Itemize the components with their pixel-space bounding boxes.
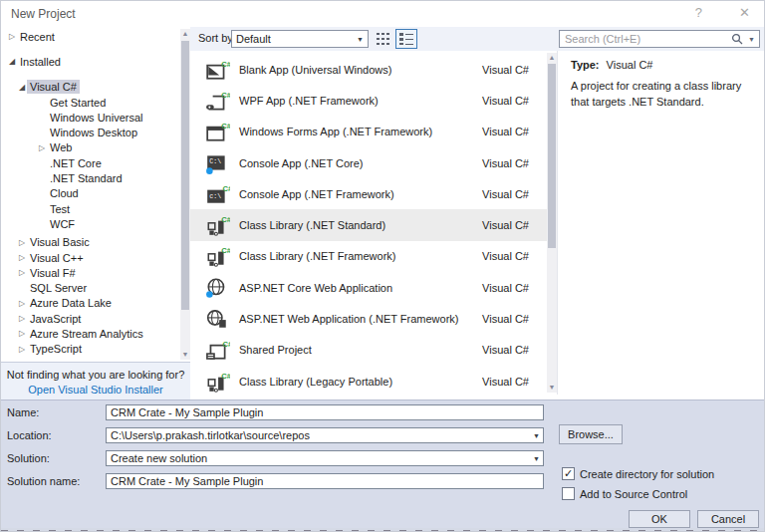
tree-item-windows-desktop[interactable]: Windows Desktop [1,125,180,139]
location-value: C:\Users\p.prakash.tirlotkar\source\repo… [111,429,310,441]
tree-item-typescript[interactable]: ▷TypeScript [1,342,180,357]
tree-item-installed[interactable]: ◢Installed [1,54,180,69]
panel-divider [557,51,558,395]
tree-item-web[interactable]: ▷Web [1,140,180,155]
list-view-button[interactable] [395,29,417,49]
template-row-shared-project[interactable]: C#Shared ProjectVisual C# [190,335,547,366]
search-input[interactable]: Search (Ctrl+E) ▼ [559,30,760,48]
tree-collapsed-icon[interactable]: ▷ [17,329,27,338]
template-row-windows-forms-app-net-framework-[interactable]: C#Windows Forms App (.NET Framework)Visu… [190,117,547,147]
template-name: Class Library (.NET Framework) [239,250,396,262]
tree-item-visual-c-[interactable]: ◢Visual C# [1,80,180,95]
svg-text:C#: C# [221,215,230,224]
tree-collapsed-icon[interactable]: ▷ [17,345,27,354]
location-label: Location: [7,429,52,441]
tree-item-wcf[interactable]: WCF [1,216,180,231]
search-icon[interactable] [731,33,743,46]
tree-item-label: JavaScript [27,312,84,326]
svg-text:C#: C# [222,184,230,193]
template-list: C#Blank App (Universal Windows)Visual C#… [190,51,547,395]
tree-scrollbar[interactable]: ▲ ▼ [180,29,190,360]
template-row-blank-app-universal-windows-[interactable]: C#Blank App (Universal Windows)Visual C# [190,54,547,85]
tree-item-azure-stream-analytics[interactable]: ▷Azure Stream Analytics [1,326,180,341]
scroll-up-icon[interactable]: ▲ [547,53,557,63]
svg-text:C#: C# [221,122,230,131]
background-page-cutoff [1,528,765,532]
tree-collapsed-icon[interactable]: ▷ [17,314,27,323]
tree-item-sql-server[interactable]: SQL Server [1,280,180,295]
scroll-down-icon[interactable]: ▼ [547,383,557,393]
template-row-asp-net-core-web-application[interactable]: ASP.NET Core Web ApplicationVisual C# [190,272,547,303]
cancel-button[interactable]: Cancel [697,510,759,528]
tree-item-label: Visual Basic [27,235,93,249]
scroll-up-icon[interactable]: ▲ [180,29,190,39]
tree-item-cloud[interactable]: Cloud [1,186,180,201]
list-scrollbar[interactable]: ▲ ▼ [547,53,557,393]
tree-item-azure-data-lake[interactable]: ▷Azure Data Lake [1,296,180,311]
search-options-chevron-icon[interactable]: ▼ [748,36,755,43]
template-row-class-library-legacy-portable-[interactable]: C#Class Library (Legacy Portable)Visual … [190,366,547,395]
open-installer-link[interactable]: Open Visual Studio Installer [1,384,190,396]
tree-item-label: Recent [17,30,58,44]
chevron-down-icon[interactable]: ▼ [533,432,540,439]
template-row-console-app-net-core-[interactable]: C:\Console App (.NET Core)Visual C# [190,147,547,178]
tree-item--net-standard[interactable]: .NET Standard [1,170,180,185]
tree-item-visual-basic[interactable]: ▷Visual Basic [1,235,180,250]
browse-button[interactable]: Browse... [559,424,623,444]
dialog-title: New Project [11,7,76,21]
name-input[interactable]: CRM Crate - My Sample Plugin [106,404,544,420]
template-language: Visual C# [482,219,529,231]
tree-item-visual-c-[interactable]: ▷Visual C++ [1,250,180,265]
template-language: Visual C# [482,126,529,137]
add-source-control-checkbox[interactable] [562,487,575,500]
template-row-class-library-net-standard-[interactable]: C#Class Library (.NET Standard)Visual C# [190,209,547,240]
tree-item--net-core[interactable]: .NET Core [1,155,180,170]
tree-scrollbar-thumb[interactable] [181,41,189,310]
template-row-asp-net-web-application-net-framework-[interactable]: ASP.NET Web Application (.NET Framework)… [190,303,547,334]
tree-item-label: Windows Universal [47,111,146,125]
tree-item-label: SQL Server [27,281,90,295]
tree-item-windows-universal[interactable]: Windows Universal [1,110,180,125]
tree-item-visual-f-[interactable]: ▷Visual F# [1,265,180,280]
help-icon[interactable]: ? [695,5,702,20]
type-label: Type: [571,59,600,71]
template-row-wpf-app-net-framework-[interactable]: C#WPF App (.NET Framework)Visual C# [190,85,547,116]
tree-item-label: Web [47,140,75,154]
type-value: Visual C# [607,59,653,71]
location-combobox[interactable]: C:\Users\p.prakash.tirlotkar\source\repo… [106,427,544,443]
category-tree: ▷Recent◢Installed◢Visual C#Get StartedWi… [1,27,180,362]
tree-collapsed-icon[interactable]: ▷ [17,253,27,262]
close-icon[interactable]: ✕ [739,5,750,20]
ok-button[interactable]: OK [629,510,690,528]
tree-expanded-icon[interactable]: ◢ [17,83,27,92]
template-language: Visual C# [482,95,529,107]
tree-item-javascript[interactable]: ▷JavaScript [1,311,180,326]
tree-expanded-icon[interactable]: ◢ [7,57,17,66]
template-name: ASP.NET Web Application (.NET Framework) [239,313,459,325]
tree-item-recent[interactable]: ▷Recent [1,29,180,44]
scroll-down-icon[interactable]: ▼ [180,350,190,360]
sort-by-dropdown[interactable]: Default ▼ [231,30,369,48]
tree-item-get-started[interactable]: Get Started [1,95,180,110]
template-row-class-library-net-framework-[interactable]: C#Class Library (.NET Framework)Visual C… [190,241,547,272]
solution-name-input[interactable]: CRM Crate - My Sample Plugin [106,473,544,489]
tree-item-test[interactable]: Test [1,201,180,216]
tree-item-label: .NET Standard [47,171,126,185]
solution-combobox[interactable]: Create new solution ▼ [106,450,544,466]
tree-collapsed-icon[interactable]: ▷ [17,268,27,277]
template-name: Class Library (.NET Standard) [239,219,385,231]
svg-text:C#: C# [221,59,230,68]
list-scrollbar-thumb[interactable] [548,64,556,248]
tree-item-label: TypeScript [27,342,85,356]
template-row-console-app-net-framework-[interactable]: c:\C#Console App (.NET Framework)Visual … [190,178,547,209]
small-icons-view-button[interactable] [376,32,391,47]
tree-collapsed-icon[interactable]: ▷ [37,143,47,152]
create-directory-checkbox[interactable]: ✓ [562,467,575,480]
new-project-dialog: New Project ? ✕ Sort by: Default ▼ Searc… [0,0,765,532]
chevron-down-icon[interactable]: ▼ [533,455,540,462]
tree-collapsed-icon[interactable]: ▷ [17,238,27,247]
blank-app-icon: C# [204,58,230,82]
tree-item-label: Visual F# [27,266,79,280]
tree-collapsed-icon[interactable]: ▷ [17,299,27,308]
tree-collapsed-icon[interactable]: ▷ [7,32,17,41]
